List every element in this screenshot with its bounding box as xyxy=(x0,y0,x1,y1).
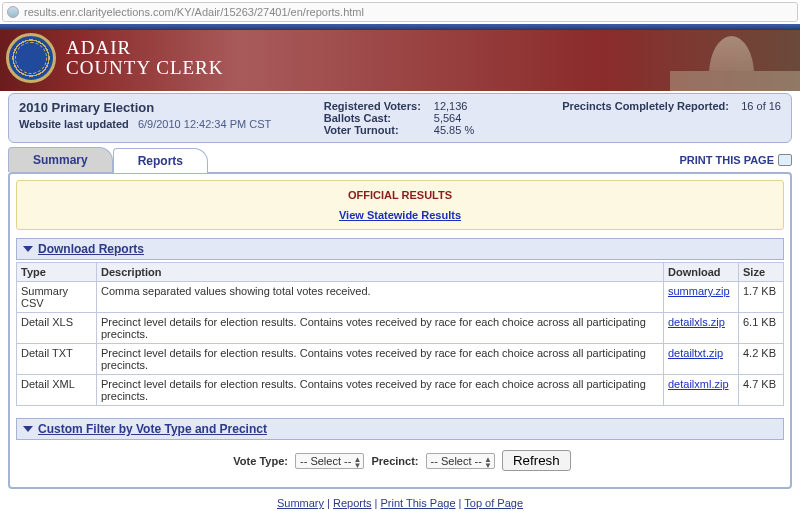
registered-label: Registered Voters: xyxy=(324,100,434,112)
download-link[interactable]: detailxls.zip xyxy=(668,316,725,328)
col-download: Download xyxy=(664,263,739,282)
footer-links: Summary | Reports | Print This Page | To… xyxy=(6,497,794,509)
ballots-label: Ballots Cast: xyxy=(324,112,434,124)
info-bar: 2010 Primary Election Website last updat… xyxy=(8,93,792,143)
election-title: 2010 Primary Election xyxy=(19,100,324,115)
table-row: Detail TXT Precinct level details for el… xyxy=(17,344,784,375)
chevron-down-icon xyxy=(23,246,33,252)
registered-value: 12,136 xyxy=(434,100,468,112)
globe-icon xyxy=(7,6,19,18)
state-seal-icon xyxy=(6,33,56,83)
turnout-label: Voter Turnout: xyxy=(324,124,434,136)
vote-type-select[interactable]: -- Select -- xyxy=(295,453,364,469)
footer-print[interactable]: Print This Page xyxy=(381,497,456,509)
vote-type-label: Vote Type: xyxy=(233,455,288,467)
table-row: Summary CSV Comma separated values showi… xyxy=(17,282,784,313)
updated-time: 6/9/2010 12:42:34 PM CST xyxy=(138,118,271,130)
printer-icon xyxy=(778,154,792,166)
view-statewide-link[interactable]: View Statewide Results xyxy=(339,209,461,221)
official-results-box: OFFICIAL RESULTS View Statewide Results xyxy=(16,180,784,230)
refresh-button[interactable]: Refresh xyxy=(502,450,571,471)
ballots-value: 5,564 xyxy=(434,112,462,124)
address-bar[interactable]: results.enr.clarityelections.com/KY/Adai… xyxy=(2,2,798,22)
site-title-2: COUNTY CLERK xyxy=(66,58,224,78)
turnout-value: 45.85 % xyxy=(434,124,474,136)
footer-top[interactable]: Top of Page xyxy=(464,497,523,509)
table-row: Detail XLS Precinct level details for el… xyxy=(17,313,784,344)
site-title-1: ADAIR xyxy=(66,38,224,58)
footer-reports[interactable]: Reports xyxy=(333,497,372,509)
tab-reports[interactable]: Reports xyxy=(113,148,208,173)
tab-summary[interactable]: Summary xyxy=(8,147,113,172)
col-desc: Description xyxy=(97,263,664,282)
download-link[interactable]: summary.zip xyxy=(668,285,730,297)
precincts-value: 16 of 16 xyxy=(741,100,781,112)
section-download-reports[interactable]: Download Reports xyxy=(16,238,784,260)
print-page-link[interactable]: PRINT THIS PAGE xyxy=(679,154,792,166)
col-size: Size xyxy=(739,263,784,282)
site-banner: ADAIR COUNTY CLERK xyxy=(0,24,800,91)
col-type: Type xyxy=(17,263,97,282)
precinct-label: Precinct: xyxy=(371,455,418,467)
precincts-label: Precincts Completely Reported: xyxy=(562,100,729,112)
section-custom-filter[interactable]: Custom Filter by Vote Type and Precinct xyxy=(16,418,784,440)
download-table: Type Description Download Size Summary C… xyxy=(16,262,784,406)
chevron-down-icon xyxy=(23,426,33,432)
table-row: Detail XML Precinct level details for el… xyxy=(17,375,784,406)
content-frame: OFFICIAL RESULTS View Statewide Results … xyxy=(8,172,792,489)
precinct-select[interactable]: -- Select -- xyxy=(426,453,495,469)
updated-label: Website last updated xyxy=(19,118,129,130)
url-text: results.enr.clarityelections.com/KY/Adai… xyxy=(24,6,364,18)
download-link[interactable]: detailtxt.zip xyxy=(668,347,723,359)
download-link[interactable]: detailxml.zip xyxy=(668,378,729,390)
capitol-art xyxy=(670,28,800,91)
footer-summary[interactable]: Summary xyxy=(277,497,324,509)
official-results-title: OFFICIAL RESULTS xyxy=(25,189,775,201)
